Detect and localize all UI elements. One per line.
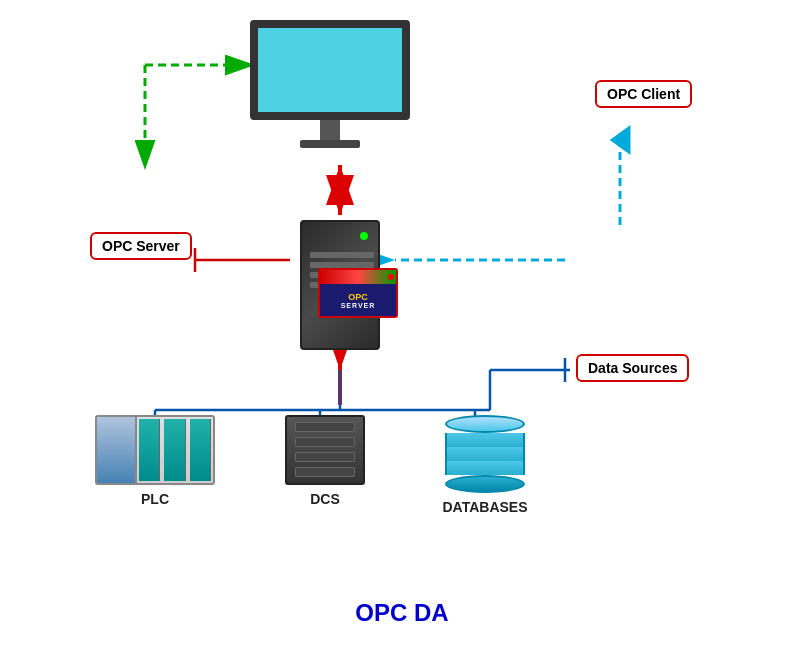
label-data-sources: Data Sources: [576, 354, 689, 382]
plc-main-module: [97, 417, 137, 483]
dcs-slot-4: [295, 467, 355, 477]
opc-badge-dot-red: [388, 274, 394, 280]
db-seg-3: [445, 461, 525, 475]
db-bottom: [445, 475, 525, 493]
label-opc-client: OPC Client: [595, 80, 692, 108]
monitor-base: [300, 140, 360, 148]
database-device: DATABASES: [430, 415, 540, 515]
plc-module-2: [164, 419, 185, 481]
tower-light: [360, 232, 368, 240]
opc-badge-body: OPC SERVER: [320, 284, 396, 316]
dcs-device: DCS: [275, 415, 375, 507]
monitor: [240, 20, 420, 160]
monitor-screen: [250, 20, 410, 120]
opc-badge-text: OPC: [348, 292, 368, 302]
plc-body: [95, 415, 215, 485]
opc-server-badge: OPC SERVER: [318, 268, 398, 318]
dcs-body: [285, 415, 365, 485]
plc-device: PLC: [90, 415, 220, 507]
opc-badge-title-bar: [320, 270, 396, 284]
drive-slot: [310, 252, 374, 258]
db-label: DATABASES: [430, 499, 540, 515]
dcs-slot-1: [295, 422, 355, 432]
db-seg-2: [445, 447, 525, 461]
dcs-label: DCS: [275, 491, 375, 507]
dcs-slot-3: [295, 452, 355, 462]
db-cylinder: [445, 415, 525, 493]
page-title: OPC DA: [0, 599, 804, 627]
monitor-stand: [320, 120, 340, 140]
db-seg-1: [445, 433, 525, 447]
diagram-container: OPC SERVER OPC Server OPC Client Data So…: [0, 0, 804, 647]
opc-badge-subtext: SERVER: [341, 302, 376, 309]
plc-module-1: [139, 419, 160, 481]
plc-label: PLC: [90, 491, 220, 507]
label-opc-server: OPC Server: [90, 232, 192, 260]
plc-module-3: [190, 419, 211, 481]
db-top: [445, 415, 525, 433]
dcs-slot-2: [295, 437, 355, 447]
